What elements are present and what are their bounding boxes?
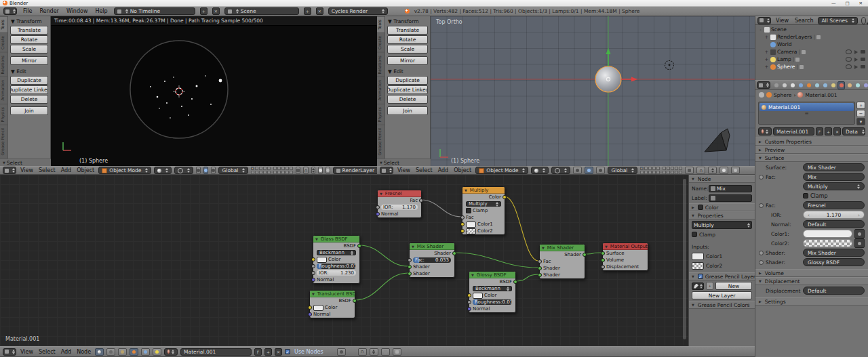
browse-material-button[interactable] [758,127,772,135]
viewport-shading-selector[interactable] [154,167,172,174]
button-scale[interactable]: Scale [387,45,428,54]
texture-tree-type-button[interactable] [118,348,127,356]
layer-toggle[interactable] [667,171,670,174]
selectability-cursor-icon[interactable] [854,58,858,62]
viewport-solid[interactable]: ToolsCreateRelationsAnimationPhysicsGrea… [377,16,755,166]
input-socket-displacement[interactable] [601,265,605,269]
input-socket-roughness-[interactable] [311,264,315,268]
input-socket-volume[interactable] [601,258,605,262]
viewport-rendered[interactable]: ToolsCreateRelationsAnimationPhysicsGrea… [0,16,377,166]
input-socket-shader[interactable] [538,273,542,277]
layer-toggle[interactable] [263,167,267,170]
input-socket-ior-[interactable] [311,271,315,275]
material-name-field[interactable]: Material.001 [773,127,814,135]
button-duplicate[interactable]: Duplicate [10,76,48,85]
renderability-camera-icon[interactable] [861,65,865,68]
toolshelf-tab-grease-pencil[interactable]: Grease Pencil [377,125,384,159]
node-header-multiply[interactable]: ▼Multiply [462,187,505,194]
layer-grid-2[interactable] [273,167,293,174]
node-link-glossy-to-mix2[interactable] [515,274,538,281]
input-socket-normal[interactable] [467,307,471,311]
fake-user-button[interactable]: F [254,348,262,356]
gp-draw-mode-selector[interactable] [692,282,704,290]
node-mix1[interactable]: ▼Mix ShaderShaderFac:0.033ShaderShader [409,243,455,278]
menu-object[interactable]: Object [75,167,96,173]
output-socket-fac[interactable] [419,198,423,203]
layer-toggle[interactable] [640,167,644,170]
expander-icon[interactable]: + [764,57,769,62]
transform-orientation-selector[interactable]: Global [218,167,248,174]
layer-toggle[interactable] [675,167,678,170]
panel-header-custom-properties[interactable]: ▶Custom Properties [755,138,868,146]
menu-select[interactable]: Select [37,349,57,355]
context-tab-constraints[interactable] [813,81,821,89]
node-link-fresnel-to-multiply[interactable] [421,200,461,217]
node-canvas[interactable]: ▼FresnelFacIOR:1.170Normal▼MultiplyColor… [0,175,688,346]
layer-toggle[interactable] [656,167,660,170]
panel-header-surface[interactable]: ▼Surface [755,154,868,162]
toolshelf-tab-create[interactable]: Create [377,33,384,52]
blend-mode-selector[interactable]: Multiply [803,182,865,190]
layer-toggle[interactable] [255,171,258,174]
toolshelf-tab-animation[interactable]: Animation [377,77,384,104]
layer-toggle[interactable] [679,167,682,170]
layer-toggle[interactable] [281,171,285,174]
output-socket-bsdf[interactable] [353,299,357,303]
output-socket-bsdf[interactable] [513,280,517,284]
fac--slider[interactable]: Fac:0.033 [413,257,451,263]
layer-toggle[interactable] [675,171,678,174]
node-multiply[interactable]: ▼MultiplyColorMultiplyClampFacColor1Colo… [462,186,505,235]
context-tab-particles[interactable] [854,81,861,89]
render-opengl-button[interactable] [719,167,728,174]
input-socket-fac-[interactable] [408,258,412,262]
color2-swatch[interactable] [692,262,704,270]
expander-icon[interactable]: + [764,49,769,55]
minimize-button[interactable]: — [831,1,836,6]
node-label-field[interactable] [709,194,752,202]
manipulator-scale-button[interactable] [596,167,605,174]
transform-orientation-selector[interactable]: Global [608,167,637,174]
button-rotate[interactable]: Rotate [10,35,48,44]
menu-add[interactable]: Add [60,349,73,355]
maximize-button[interactable]: □ [845,1,849,6]
input-socket-ior-[interactable] [376,205,380,209]
layer-toggle[interactable] [671,167,674,170]
context-tab-world[interactable] [797,81,804,89]
layer-grid-2[interactable] [663,167,682,174]
node-fresnel[interactable]: ▼FresnelFacIOR:1.170Normal [377,190,422,218]
snap-magnet-button[interactable]: ∩ [358,348,367,356]
node-header-glossy[interactable]: ▼Glossy BSDF [469,272,515,278]
roughness--slider[interactable]: Roughness:0.011 [473,299,512,305]
context-tab-physics[interactable] [862,81,868,89]
snap-magnet-button[interactable]: ∩ [303,167,308,174]
color2-swatch[interactable] [466,228,476,234]
pin-icon[interactable] [759,92,764,98]
layer-toggle[interactable] [663,167,666,170]
output-socket-shader[interactable] [583,253,587,257]
layer-toggle[interactable] [273,171,277,174]
node-header-mix1[interactable]: ▼Mix Shader [410,243,454,250]
button-rotate[interactable]: Rotate [387,35,428,44]
add-slot-button[interactable]: ＋ [856,102,865,109]
panel-header-grease-pencil-colors[interactable]: ▼Grease Pencil Colors [689,301,755,309]
selectability-cursor-icon[interactable] [854,50,858,54]
manipulator-translate-button[interactable] [196,167,201,174]
blend-mode-selector[interactable]: Multiply [692,221,752,229]
layer-toggle[interactable] [251,171,254,174]
lock-icon[interactable] [685,167,694,174]
menu-render[interactable]: Render [38,8,60,14]
object-shader-context-button[interactable] [130,348,138,356]
panel-header-edit[interactable]: ▼ Edit [387,68,428,75]
button-translate[interactable]: Translate [10,26,48,35]
context-tab-modifiers[interactable] [821,81,829,89]
node-link-glass-to-mix1[interactable] [359,245,408,266]
panel-header-transform[interactable]: ▼ Transform [10,18,48,25]
input-socket-shader[interactable] [408,265,412,269]
ior--number-field[interactable]: IOR:1.170 [381,205,418,210]
clamp-checkbox[interactable] [692,232,697,237]
manipulator-rotate-button[interactable] [203,167,208,174]
input-link-button[interactable] [854,229,865,238]
panel-header-node[interactable]: ▼Node [689,175,755,183]
color2--swatch[interactable] [803,239,852,247]
unlink-material-button[interactable]: ✕ [833,127,841,135]
